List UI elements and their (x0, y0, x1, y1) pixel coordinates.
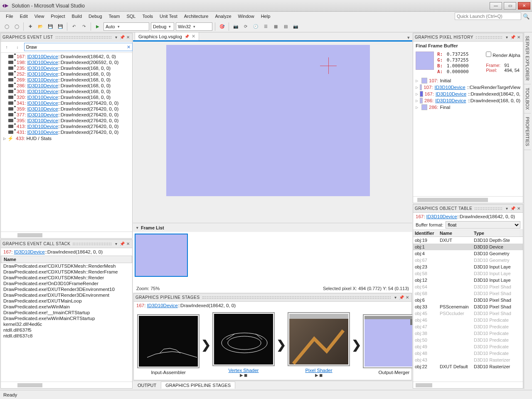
table-icon[interactable]: ▤ (281, 22, 290, 31)
pipeline-ref-link[interactable]: ID3D10Device (147, 303, 178, 308)
panel-pin-icon[interactable]: 📌 (510, 35, 515, 40)
event-row[interactable]: 235: ID3D10Device::DrawIndexed(168, 0, 0… (1, 65, 132, 71)
panel-close-icon[interactable]: ✕ (516, 206, 521, 211)
event-row[interactable]: 198: ID3D10Device::DrawIndexed(206592, 0… (1, 59, 132, 65)
callstack-header[interactable]: Name (1, 256, 132, 263)
menu-architecture[interactable]: Architecture (181, 13, 212, 20)
minimize-button[interactable]: — (490, 2, 502, 10)
callstack-row[interactable]: ntdll.dll!637f5 (1, 327, 132, 333)
search-icon[interactable]: 🔍 (523, 13, 530, 20)
frame-thumb[interactable] (135, 234, 188, 277)
redo-icon[interactable]: ↷ (80, 22, 88, 31)
clock-icon[interactable]: 🕘 (251, 22, 260, 31)
object-table-row[interactable]: obj:4D3D10 Geometry (413, 250, 523, 257)
close-tab-icon[interactable]: ✕ (192, 34, 195, 39)
menu-view[interactable]: View (31, 13, 48, 20)
event-link[interactable]: ID3D10Device (27, 83, 58, 88)
panel-pin-icon[interactable]: 📌 (120, 241, 125, 246)
menu-window[interactable]: Window (235, 13, 258, 20)
event-row[interactable]: 377: ID3D10Device::DrawIndexed(276420, 0… (1, 112, 132, 118)
object-table-row[interactable]: obj:46D3D10 Predicate (413, 317, 523, 323)
event-row[interactable]: 395: ID3D10Device::DrawIndexed(276420, 0… (1, 118, 132, 123)
event-link[interactable]: ID3D10Device (27, 106, 58, 111)
objecttable-ref-link[interactable]: ID3D10Device (426, 214, 457, 219)
pixel-history-row[interactable]: 286: ID3D10Device::DrawIndexed(168, 0, 0… (414, 97, 522, 104)
object-table-row[interactable]: obj:50D3D10 Predicate (413, 337, 523, 343)
callstack-row[interactable]: DrawPredicated.exe!DXUTRender3DEnvironme… (1, 286, 132, 292)
menu-help[interactable]: Help (258, 13, 274, 20)
render-alpha-checkbox[interactable] (486, 52, 491, 57)
object-table-row[interactable]: obj:6D3D10 Pixel Shad (413, 297, 523, 303)
event-row[interactable]: 320: ID3D10Device::DrawIndexed(168, 0, 0… (1, 94, 132, 100)
h-scrollbar[interactable] (413, 382, 523, 388)
event-row[interactable]: 359: ID3D10Device::DrawIndexed(276420, 0… (1, 106, 132, 112)
panel-pin-icon[interactable]: 📌 (120, 35, 125, 40)
callstack-row[interactable]: DrawPredicated.exe!OnD3D10FrameRender (1, 281, 132, 286)
object-table-row[interactable]: obj:22DXUT DefaultD3D10 Rasterizer (413, 363, 523, 370)
menu-tools[interactable]: Tools (139, 13, 156, 20)
play-icon[interactable]: ▶ (240, 373, 243, 377)
save-icon[interactable]: 💾 (46, 22, 54, 31)
callstack-row[interactable]: DrawPredicated.exe!DXUTRender3DEnvironme… (1, 292, 132, 298)
event-link[interactable]: ID3D10Device (27, 71, 58, 76)
menu-build[interactable]: Build (69, 13, 85, 20)
pixelhist-link[interactable]: ID3D10Device (435, 98, 466, 103)
stop-icon[interactable]: ◼ (244, 373, 247, 377)
event-link[interactable]: ID3D10Device (27, 130, 58, 135)
object-table-row[interactable]: obj:49D3D10 Predicate (413, 343, 523, 350)
object-table-header[interactable]: Identifier Name Type (413, 230, 523, 237)
play-icon[interactable]: ▶ (315, 373, 318, 377)
event-row[interactable]: ⚡433: HUD / Stats (1, 135, 132, 142)
menu-unit-test[interactable]: Unit Test (156, 13, 181, 20)
callstack-row[interactable]: DrawPredicated.exe!wWinMainCRTStartup (1, 315, 132, 321)
sidetab-properties[interactable]: PROPERTIES (524, 113, 531, 150)
panel-pin-icon[interactable]: 📌 (510, 206, 515, 211)
pixelhist-link[interactable]: ID3D10Device (436, 91, 466, 96)
event-row[interactable]: 286: ID3D10Device::DrawIndexed(168, 0, 0… (1, 83, 132, 89)
clear-filter-icon[interactable]: ✕ (127, 44, 131, 50)
object-table-row[interactable]: obj:12D3D10 Input Laye (413, 277, 523, 283)
callstack-row[interactable]: DrawPredicated.exe!wWinMain (1, 304, 132, 310)
solution-config-combo[interactable]: Auto (103, 22, 149, 31)
render-preview[interactable] (166, 45, 396, 223)
list-icon[interactable]: ☰ (261, 22, 270, 31)
object-table-row[interactable]: obj:33PSScenemainD3D10 Pixel Shad (413, 303, 523, 310)
doc-tab-graphicslog[interactable]: Graphics Log.vsglog 📌 ✕ (135, 32, 199, 40)
arrow-up-icon[interactable]: ↑ (2, 43, 11, 51)
event-link[interactable]: ID3D10Device (27, 101, 58, 106)
panel-close-icon[interactable]: ✕ (405, 295, 410, 300)
vertex-shader-link[interactable]: Vertex Shader (229, 368, 259, 373)
pixel-history-row[interactable]: 167: ID3D10Device::DrawIndexed(18642, 0, (414, 91, 522, 97)
grid-icon[interactable]: ▦ (271, 22, 280, 31)
panel-dropdown-icon[interactable]: ▾ (505, 206, 510, 211)
capture-icon[interactable]: 🎯 (218, 22, 226, 31)
platform-config-combo[interactable]: Debug (151, 22, 174, 31)
menu-project[interactable]: Project (47, 13, 68, 20)
callstack-row[interactable]: DrawPredicated.exe!CDXUTSDKMesh::Render (1, 275, 132, 281)
event-filter-input[interactable] (24, 43, 133, 51)
pipeline-stage-vs[interactable]: Vertex Shader ▶ ◼ (212, 312, 275, 377)
event-link[interactable]: ID3D10Device (27, 89, 58, 94)
panel-dropdown-icon[interactable]: ▾ (505, 35, 510, 40)
event-link[interactable]: ID3D10Device (27, 118, 58, 123)
object-table-row[interactable]: obj:1D3D10 Device (413, 244, 523, 250)
menu-edit[interactable]: Edit (17, 13, 31, 20)
object-table-row[interactable]: obj:38D3D10 Predicate (413, 330, 523, 337)
h-scrollbar[interactable] (1, 232, 132, 238)
event-link[interactable]: ID3D10Device (27, 66, 58, 71)
event-link[interactable]: ID3D10Device (27, 112, 58, 117)
menu-file[interactable]: File (2, 13, 17, 20)
new-project-icon[interactable]: ✚ (26, 22, 34, 31)
menu-team[interactable]: Team (106, 13, 123, 20)
open-icon[interactable]: 📂 (36, 22, 44, 31)
arrow-down-icon[interactable]: ↓ (13, 43, 22, 51)
event-link[interactable]: ID3D10Device (27, 54, 58, 59)
undo-icon[interactable]: ↶ (70, 22, 78, 31)
object-table-row[interactable]: obj:68D3D10 Pixel Shad (413, 290, 523, 297)
camera-icon[interactable]: 📷 (232, 22, 240, 31)
menu-analyze[interactable]: Analyze (212, 13, 234, 20)
refresh-icon[interactable]: ⟳ (241, 22, 250, 31)
panel-pin-icon[interactable]: 📌 (399, 295, 404, 300)
event-link[interactable]: ID3D10Device (27, 77, 58, 82)
nav-fwd-icon[interactable]: ◯ (12, 22, 21, 31)
